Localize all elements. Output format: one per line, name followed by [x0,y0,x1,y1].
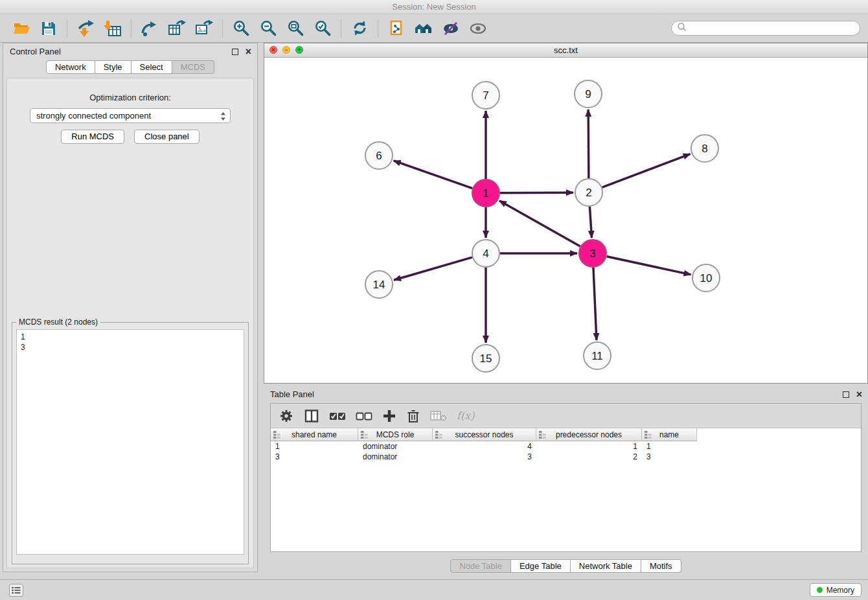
column-header-MCDS-role[interactable]: MCDS role [358,428,433,441]
graph-edge-3-10[interactable] [606,257,691,275]
column-header-successor-nodes[interactable]: successor nodes [433,428,536,441]
table-cell-name[interactable]: 3 [642,452,697,462]
graph-edge-4-14[interactable] [394,257,472,280]
tab-motifs[interactable]: Motifs [641,559,681,573]
export-network-icon[interactable] [136,17,163,40]
graph-edge-3-1[interactable] [499,201,580,246]
table-cell-successor_nodes[interactable]: 4 [433,441,536,452]
mcds-result-line: 3 [21,342,240,352]
deselect-all-icon[interactable] [356,407,372,425]
close-panel-button[interactable]: Close panel [134,130,200,144]
graph-node-label: 15 [480,352,492,365]
import-network-file-icon[interactable] [72,17,99,40]
select-all-icon[interactable] [329,407,346,425]
tab-network-table[interactable]: Network Table [571,559,641,573]
zoom-out-icon[interactable] [255,17,282,40]
graph-edge-2-9[interactable] [588,110,589,178]
mcds-result-list[interactable]: 13 [16,329,244,555]
close-panel-icon[interactable]: × [246,48,251,55]
table-settings-gear-icon[interactable] [279,407,294,425]
graph-edge-1-6[interactable] [394,161,473,189]
graph-node-label: 14 [373,279,385,291]
optimization-criterion-label: Optimization criterion: [7,93,253,102]
table-cell-name[interactable]: 1 [642,441,697,452]
delete-table-icon [430,407,447,425]
column-attribute-icon [273,431,280,441]
tab-node-table[interactable]: Node Table [450,559,511,573]
graph-node-label: 7 [483,89,488,102]
column-label: name [659,430,679,439]
mcds-tab-content: Optimization criterion: strongly connect… [6,78,254,568]
graph-edge-1-2[interactable] [500,192,573,193]
tab-network[interactable]: Network [46,60,95,74]
export-image-icon[interactable] [190,17,218,40]
memory-button[interactable]: Memory [810,583,862,597]
style-eye-icon[interactable] [437,17,464,40]
mcds-result-line: 1 [21,332,240,342]
close-panel-icon[interactable]: × [856,391,862,398]
optimization-criterion-dropdown[interactable]: strongly connected component [30,108,231,123]
table-cell-predecessor_nodes[interactable]: 1 [536,441,642,452]
column-label: successor nodes [455,430,513,439]
import-table-file-icon[interactable] [99,17,126,40]
graph-node-label: 11 [591,350,603,362]
export-table-icon[interactable] [163,17,190,40]
search-box[interactable] [671,21,860,36]
tab-edge-table[interactable]: Edge Table [511,559,571,573]
save-session-icon[interactable] [35,17,62,40]
table-panel-tabs: Node TableEdge TableNetwork TableMotifs [264,559,868,573]
search-input[interactable] [689,24,854,33]
table-cell-shared_name[interactable]: 3 [271,452,358,462]
hide-eye-icon[interactable] [464,17,492,40]
add-column-icon[interactable] [382,407,396,425]
network-window-title: scc.txt [554,45,578,55]
zoom-fit-icon[interactable] [282,17,309,40]
graph-edge-2-3[interactable] [589,207,591,238]
graph-node-label: 8 [702,143,707,155]
float-panel-icon[interactable] [843,391,849,398]
table-cell-mcds_role[interactable]: dominator [358,452,433,462]
table-cell-shared_name[interactable]: 1 [271,441,358,452]
column-label: MCDS role [376,430,415,439]
mcds-result-title: MCDS result (2 nodes) [16,317,100,327]
column-header-predecessor-nodes[interactable]: predecessor nodes [536,428,642,441]
graph-node-label: 3 [589,248,595,260]
duplicate-network-icon[interactable] [383,17,410,40]
network-canvas[interactable]: 7968124314101511 [264,58,867,383]
run-mcds-button[interactable]: Run MCDS [61,130,124,144]
delete-column-icon[interactable] [406,407,420,425]
table-cell-successor_nodes[interactable]: 3 [433,452,536,462]
table-cell-mcds_role[interactable]: dominator [358,441,433,452]
node-table-container: f(x) shared nameMCDS rolesuccessor nodes… [270,403,862,552]
window-maximize-icon[interactable]: + [295,46,303,54]
zoom-selected-icon[interactable] [309,17,336,40]
tab-select[interactable]: Select [131,60,172,74]
memory-status-icon [817,587,823,593]
float-panel-icon[interactable] [232,49,238,55]
task-history-list-icon[interactable] [9,584,23,597]
table-row[interactable]: 1dominator411 [271,441,861,452]
window-minimize-icon[interactable]: − [282,46,290,54]
tab-style[interactable]: Style [95,60,131,74]
zoom-in-icon[interactable] [227,17,255,40]
dropdown-arrows-icon [220,111,226,125]
toolbar-separator [222,19,223,38]
graph-node-label: 1 [483,187,488,200]
dropdown-selected-value: strongly connected component [36,111,151,121]
main-toolbar [0,14,868,43]
network-graph[interactable]: 7968124314101511 [264,58,867,383]
window-close-icon[interactable]: × [269,46,277,54]
home-icon[interactable] [410,17,437,40]
show-columns-icon[interactable] [304,407,319,425]
column-header-shared-name[interactable]: shared name [271,428,358,441]
control-panel-title: Control Panel [10,47,61,56]
column-header-name[interactable]: name [642,428,697,441]
graph-edge-3-11[interactable] [593,268,597,340]
table-row[interactable]: 3dominator323 [271,452,861,462]
table-cell-predecessor_nodes[interactable]: 2 [536,452,642,462]
graph-edge-2-8[interactable] [602,154,691,188]
tab-mcds[interactable]: MCDS [172,60,214,74]
apply-layout-refresh-icon[interactable] [346,17,373,40]
network-window-titlebar[interactable]: × − + scc.txt [264,43,867,58]
open-session-icon[interactable] [8,17,35,40]
